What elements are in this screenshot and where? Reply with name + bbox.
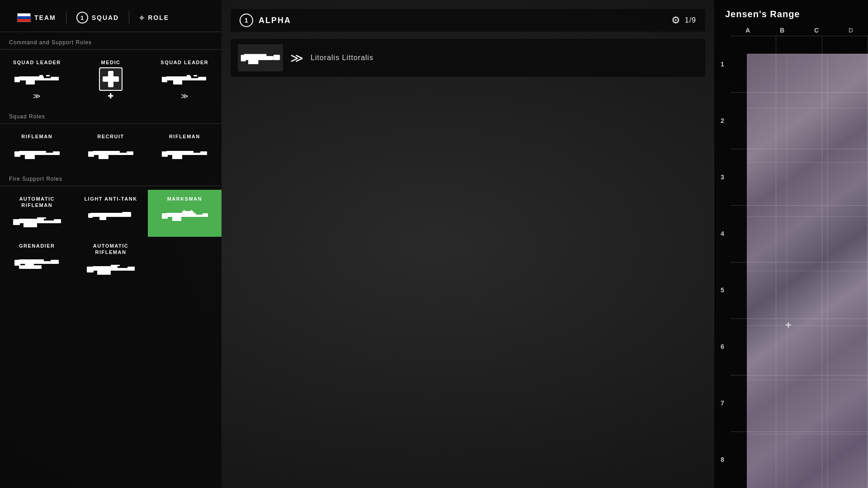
squad-circle: 1 xyxy=(240,14,253,27)
member-name: Litoralis Littoralis xyxy=(311,54,373,62)
role-rifleman-2[interactable]: RIFLEMAN xyxy=(148,127,222,168)
svg-rect-28 xyxy=(166,151,193,153)
command-roles-grid: SQUAD LEADER ≫ xyxy=(0,53,222,106)
map-row-8: 8 xyxy=(714,432,731,488)
map-col-b: B xyxy=(765,25,799,36)
svg-rect-31 xyxy=(162,151,168,157)
command-divider xyxy=(0,49,222,50)
squad-name-label: ALPHA xyxy=(259,16,291,25)
svg-rect-37 xyxy=(37,217,46,219)
svg-rect-59 xyxy=(93,266,118,268)
role-rifleman-1[interactable]: RIFLEMAN xyxy=(0,127,74,168)
role-light-anti-tank[interactable]: LIGHT ANTI-TANK xyxy=(74,190,147,237)
svg-rect-9 xyxy=(103,76,119,82)
role-auto-rifleman-2[interactable]: AUTOMATIC RIFLEMAN xyxy=(74,237,147,284)
role-name-grenadier: GRENADIER xyxy=(19,243,55,249)
role-squad-leader-2[interactable]: SQUAD LEADER ≫ xyxy=(148,53,222,106)
role-grenadier[interactable]: GRENADIER xyxy=(0,237,74,284)
weapon-rifleman-1 xyxy=(12,145,62,163)
tab-squad[interactable]: 1 SQUAD xyxy=(68,8,127,27)
svg-rect-30 xyxy=(172,155,182,159)
squad-number-circle: 1 xyxy=(76,12,88,23)
russia-flag xyxy=(17,13,31,22)
svg-rect-20 xyxy=(25,155,35,159)
settings-gear-icon[interactable]: ⚙ xyxy=(671,14,680,26)
svg-rect-2 xyxy=(51,77,59,80)
svg-point-38 xyxy=(24,222,28,227)
map-col-d: D xyxy=(834,25,868,36)
squad-divider xyxy=(0,123,222,124)
map-row-labels: 1 2 3 4 5 6 7 8 xyxy=(714,36,731,488)
squad-tab-label: SQUAD xyxy=(92,14,119,21)
chevron-badge-2: ≫ xyxy=(181,92,189,100)
svg-rect-56 xyxy=(14,260,20,266)
svg-point-64 xyxy=(97,270,102,274)
role-medic[interactable]: MEDIC ✚ xyxy=(74,53,147,106)
member-weapon-svg xyxy=(240,48,281,68)
svg-rect-21 xyxy=(14,151,20,157)
svg-rect-67 xyxy=(274,55,280,60)
member-weapon-box xyxy=(238,44,283,71)
map-row-7: 7 xyxy=(714,375,731,432)
svg-rect-18 xyxy=(19,151,46,153)
weapon-grenadier xyxy=(12,253,62,272)
svg-rect-24 xyxy=(127,151,133,155)
fire-support-divider xyxy=(0,186,222,186)
squad-header: 1 ALPHA ⚙ 1/9 xyxy=(231,9,705,32)
roles-container: Command and Support Roles SQUAD LEADER xyxy=(0,32,222,488)
weapon-light-anti-tank xyxy=(86,206,136,225)
role-recruit[interactable]: RECRUIT xyxy=(74,127,147,168)
role-name-rifleman-2: RIFLEMAN xyxy=(169,133,200,140)
divider-2 xyxy=(129,11,129,24)
main-container: TEAM 1 SQUAD ⌖ ROLE Command and Support … xyxy=(0,0,868,488)
role-name-marksman: MARKSMAN xyxy=(167,196,202,202)
role-name-rifleman-1: RIFLEMAN xyxy=(21,133,52,140)
svg-rect-54 xyxy=(51,260,59,264)
role-auto-rifleman-1[interactable]: AUTOMATIC RIFLEMAN xyxy=(0,190,74,237)
svg-rect-47 xyxy=(172,216,181,221)
svg-rect-36 xyxy=(13,219,20,225)
role-name-auto-rifleman-2: AUTOMATIC RIFLEMAN xyxy=(78,243,143,256)
tab-team[interactable]: TEAM xyxy=(9,9,64,26)
member-rank-chevrons: ≫ xyxy=(290,51,303,66)
squad-section-header: Squad Roles xyxy=(0,106,222,123)
role-squad-leader-1[interactable]: SQUAD LEADER ≫ xyxy=(0,53,74,106)
right-panel: Jensen's Range A B C D 1 2 3 4 5 6 7 8 xyxy=(714,0,868,488)
svg-rect-25 xyxy=(99,155,108,159)
weapon-medic xyxy=(86,70,136,88)
svg-rect-53 xyxy=(19,259,44,261)
lat-svg xyxy=(86,206,136,225)
weapon-squad-leader-1 xyxy=(12,70,62,88)
svg-rect-23 xyxy=(93,151,120,153)
weapon-recruit xyxy=(86,145,136,163)
svg-rect-16 xyxy=(193,75,197,76)
squad-roles-grid: RIFLEMAN RECRUIT xyxy=(0,127,222,168)
rifle-icon: ⌖ xyxy=(139,13,144,23)
rifle-svg-3 xyxy=(12,145,62,163)
middle-panel: 1 ALPHA ⚙ 1/9 ≫ Litoralis Littoralis xyxy=(222,0,714,488)
role-name-squad-leader-2: SQUAD LEADER xyxy=(160,59,208,66)
chevron-badge-1: ≫ xyxy=(33,92,41,100)
map-terrain-container[interactable]: ✛ xyxy=(731,36,868,488)
lmg-svg-1 xyxy=(12,213,62,231)
svg-rect-43 xyxy=(88,213,93,218)
squad-count: 1/9 xyxy=(685,16,696,24)
svg-rect-62 xyxy=(87,267,94,272)
svg-rect-68 xyxy=(248,60,259,64)
rifle-svg-5 xyxy=(160,145,209,163)
role-marksman[interactable]: MARKSMAN xyxy=(148,190,222,237)
squad-name-group: 1 ALPHA xyxy=(240,14,291,27)
svg-rect-48 xyxy=(162,213,168,219)
fire-support-roles-grid-2: GRENADIER AUTOMATIC RIFLEMAN xyxy=(0,237,222,284)
svg-rect-11 xyxy=(166,76,191,78)
tab-role[interactable]: ⌖ ROLE xyxy=(131,9,177,27)
map-col-labels: A B C D xyxy=(714,25,868,36)
map-row-2: 2 xyxy=(714,92,731,149)
map-row-1: 1 xyxy=(714,36,731,92)
rifle-svg-4 xyxy=(86,145,136,163)
grenadier-svg xyxy=(12,253,62,272)
svg-rect-44 xyxy=(162,215,203,217)
squad-settings: ⚙ 1/9 xyxy=(671,14,696,26)
dmr-svg xyxy=(160,206,209,225)
svg-rect-51 xyxy=(191,210,192,211)
